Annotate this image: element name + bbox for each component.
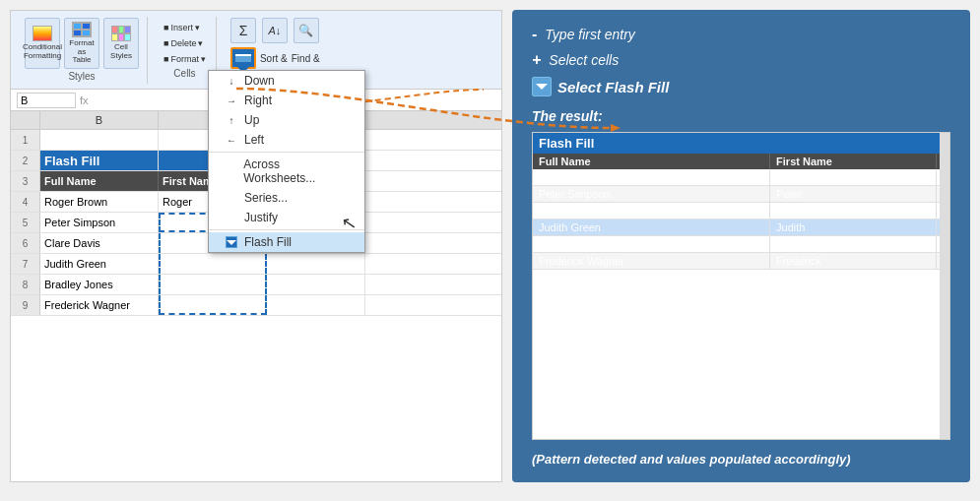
dropdown-item-across[interactable]: Across Worksheets... [209, 155, 364, 188]
result-first-bradley: Bradley [770, 236, 937, 253]
sum-btn[interactable]: Σ [230, 18, 256, 43]
name-box[interactable] [17, 93, 76, 108]
fill-btn[interactable] [230, 47, 256, 69]
dropdown-item-up[interactable]: ↑ Up [209, 110, 364, 130]
scrollbar[interactable] [940, 133, 949, 439]
format-as-table-btn[interactable]: Format asTable [64, 18, 99, 69]
result-first-frederick: Frederick [770, 253, 937, 270]
instruction-flash-fill: Select Flash Fill [532, 77, 950, 96]
ribbon-styles-icons: ConditionalFormatting Format asTable [25, 18, 139, 69]
main-container: ConditionalFormatting Format asTable [0, 0, 980, 501]
result-full-roger: Roger Brown [533, 169, 770, 186]
result-col-fullname: Full Name [533, 154, 770, 169]
styles-label: Styles [68, 71, 95, 82]
down-icon: ↓ [225, 74, 238, 88]
dropdown-item-left[interactable]: ← Left [209, 130, 364, 150]
dropdown-divider-2 [209, 229, 364, 230]
dropdown-divider-1 [209, 152, 364, 153]
result-full-judith: Judith Green [533, 219, 770, 236]
dropdown-item-down[interactable]: ↓ Down [209, 71, 364, 91]
table-row: 8 Bradley Jones [11, 275, 501, 295]
result-first-clare: Clare [770, 203, 937, 219]
result-col-firstname: First Name [770, 154, 937, 169]
right-panel: - Type first entry + Select cells Select… [512, 10, 970, 482]
result-label: The result: [532, 108, 950, 124]
right-icon: → [225, 94, 238, 107]
pattern-note: (Pattern detected and values populated a… [532, 452, 950, 467]
insert-btn[interactable]: ■Insert ▾ [162, 21, 208, 34]
result-first-judith: Judith [770, 219, 937, 236]
result-first-peter: Peter [770, 186, 937, 203]
select-cells-text: Select cells [549, 52, 619, 68]
cell-styles-btn[interactable]: CellStyles [103, 18, 139, 69]
dropdown-menu: ↓ Down → Right ↑ Up ← Left Across Worksh… [208, 70, 365, 253]
flash-fill-small-icon [532, 77, 552, 96]
excel-area: ConditionalFormatting Format asTable [10, 10, 502, 482]
cells-label: Cells [173, 68, 195, 79]
col-header-b: B [40, 111, 159, 129]
dropdown-item-justify[interactable]: Justify [209, 208, 364, 227]
result-header-row: Full Name First Name [533, 154, 949, 169]
result-full-bradley: Bradley Jones [533, 236, 770, 253]
row-num-header [11, 111, 40, 129]
format-btn[interactable]: ■Format ▾ [162, 52, 208, 66]
sort-label: Sort & [260, 53, 288, 64]
result-full-frederick: Frederick Wagner [533, 253, 770, 270]
find-label: Find & [292, 53, 320, 64]
cells-buttons: ■Insert ▾ ■Delete ▾ ■Format ▾ [162, 21, 208, 66]
table-row: Bradley Jones Bradley [533, 236, 949, 253]
type-first-entry-text: Type first entry [545, 27, 635, 42]
result-full-peter: Peter Simpson [533, 186, 770, 203]
dash-icon: - [532, 26, 537, 43]
find-btn[interactable]: 🔍 [294, 18, 319, 43]
result-full-clare: Clare Davis [533, 203, 770, 219]
dropdown-item-flash-fill[interactable]: Flash Fill [209, 232, 364, 252]
select-flash-fill-text: Select Flash Fill [557, 79, 669, 95]
dropdown-item-right[interactable]: → Right [209, 91, 364, 110]
plus-icon: + [532, 51, 541, 69]
result-table-wrapper: Flash Fill Full Name First Name Roger Br… [532, 132, 950, 440]
table-row: Roger Brown Roger [533, 169, 949, 186]
table-row: 7 Judith Green [11, 254, 501, 275]
sort-filter-btn[interactable]: A↓ [262, 18, 288, 43]
table-row: 9 Frederick Wagner [11, 295, 501, 316]
table-row: Peter Simpson Peter [533, 186, 949, 203]
ribbon-group-styles: ConditionalFormatting Format asTable [17, 17, 148, 84]
dropdown-item-series[interactable]: Series... [209, 188, 364, 208]
result-first-roger: Roger [770, 169, 937, 186]
left-icon: ← [225, 133, 238, 147]
result-title-row: Flash Fill [533, 133, 949, 154]
result-title-cell: Flash Fill [533, 133, 949, 154]
result-table: Flash Fill Full Name First Name Roger Br… [533, 133, 949, 270]
conditional-formatting-btn[interactable]: ConditionalFormatting [25, 18, 60, 69]
up-icon: ↑ [225, 113, 238, 127]
instruction-type: - Type first entry [532, 26, 950, 43]
table-row: Clare Davis Clare [533, 203, 949, 219]
table-row: Judith Green Judith [533, 219, 949, 236]
delete-btn[interactable]: ■Delete ▾ [162, 36, 208, 50]
table-row: Frederick Wagner Frederick [533, 253, 949, 270]
instruction-select: + Select cells [532, 51, 950, 69]
